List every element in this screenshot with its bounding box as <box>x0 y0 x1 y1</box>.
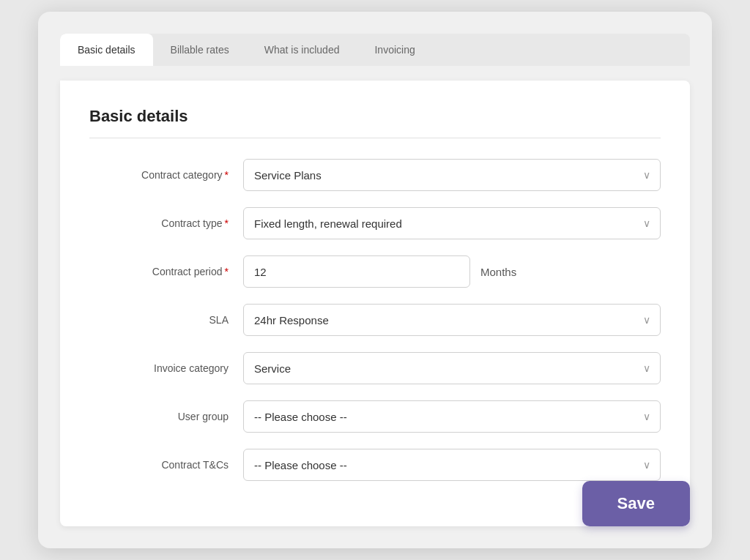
contract-category-select[interactable]: Service Plans Maintenance Support <box>243 159 661 191</box>
tab-billable-rates[interactable]: Billable rates <box>153 34 247 66</box>
contract-category-label: Contract category* <box>89 169 243 181</box>
sla-label: SLA <box>89 314 243 326</box>
invoice-category-select-wrapper: Service Hardware Software <box>243 352 661 384</box>
invoice-category-label: Invoice category <box>89 362 243 374</box>
card-title: Basic details <box>89 107 661 138</box>
tab-invoicing[interactable]: Invoicing <box>357 34 432 66</box>
contract-period-label: Contract period* <box>89 266 243 277</box>
save-button[interactable]: Save <box>582 481 690 526</box>
user-group-label: User group <box>89 411 243 422</box>
user-group-select-wrapper: -- Please choose -- <box>243 400 661 433</box>
invoice-category-select[interactable]: Service Hardware Software <box>243 352 661 384</box>
required-star-3: * <box>225 266 229 277</box>
period-unit: Months <box>480 266 516 278</box>
required-star: * <box>225 169 229 181</box>
contract-tcs-select[interactable]: -- Please choose -- <box>243 449 661 481</box>
contract-type-label: Contract type* <box>89 217 243 229</box>
contract-tcs-select-wrapper: -- Please choose -- <box>243 449 661 481</box>
period-wrapper: Months <box>243 255 661 288</box>
tabs-bar: Basic details Billable rates What is inc… <box>60 34 690 66</box>
required-star-2: * <box>225 217 229 229</box>
contract-period-group: Contract period* Months <box>89 255 661 288</box>
contract-category-group: Contract category* Service Plans Mainten… <box>89 159 661 191</box>
basic-details-card: Basic details Contract category* Service… <box>60 81 690 526</box>
contract-category-select-wrapper: Service Plans Maintenance Support <box>243 159 661 191</box>
tab-basic-details[interactable]: Basic details <box>60 34 153 66</box>
sla-group: SLA 24hr Response 4hr Response Next Busi… <box>89 304 661 336</box>
contract-type-select-wrapper: Fixed length, renewal required Rolling F… <box>243 207 661 239</box>
app-container: Basic details Billable rates What is inc… <box>38 12 712 548</box>
contract-tcs-label: Contract T&Cs <box>89 459 243 471</box>
user-group-select[interactable]: -- Please choose -- <box>243 400 661 433</box>
contract-period-input[interactable] <box>243 255 470 288</box>
contract-type-group: Contract type* Fixed length, renewal req… <box>89 207 661 239</box>
tab-what-is-included[interactable]: What is included <box>247 34 357 66</box>
sla-select[interactable]: 24hr Response 4hr Response Next Business… <box>243 304 661 336</box>
contract-type-select[interactable]: Fixed length, renewal required Rolling F… <box>243 207 661 239</box>
user-group-group: User group -- Please choose -- <box>89 400 661 433</box>
sla-select-wrapper: 24hr Response 4hr Response Next Business… <box>243 304 661 336</box>
contract-tcs-group: Contract T&Cs -- Please choose -- <box>89 449 661 481</box>
invoice-category-group: Invoice category Service Hardware Softwa… <box>89 352 661 384</box>
